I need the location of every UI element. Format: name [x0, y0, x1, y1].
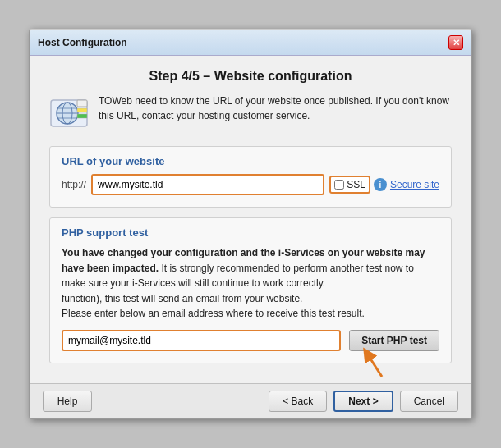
ssl-checkbox-container[interactable]: SSL [329, 176, 370, 194]
footer-right: < Back Next > Cancel [269, 391, 458, 412]
svg-rect-7 [77, 108, 87, 112]
intro-box: TOWeb need to know the URL of your websi… [49, 94, 452, 133]
arrow-indicator [359, 347, 390, 381]
info-icon[interactable]: i [374, 178, 387, 191]
globe-icon [49, 94, 89, 133]
help-button[interactable]: Help [43, 391, 92, 412]
ssl-label: SSL [347, 179, 365, 190]
url-section: URL of your website http:// SSL i Secure… [49, 146, 452, 208]
svg-rect-8 [77, 114, 87, 118]
main-window: Host Configuration ✕ Step 4/5 – Website … [29, 29, 472, 419]
php-description: You have changed your configuration and … [62, 245, 439, 322]
url-section-title: URL of your website [62, 155, 439, 167]
footer-left: Help [43, 391, 92, 412]
intro-text: TOWeb need to know the URL of your websi… [99, 94, 452, 123]
footer: Help < Back Next > Cancel [30, 383, 471, 418]
php-section: PHP support test You have changed your c… [49, 217, 452, 363]
arrow-icon [359, 347, 390, 378]
url-prefix: http:// [62, 179, 86, 190]
email-input[interactable] [62, 330, 341, 351]
back-button[interactable]: < Back [269, 391, 327, 412]
next-button[interactable]: Next > [333, 391, 393, 412]
content-area: Step 4/5 – Website configuration TOWeb n… [30, 56, 471, 383]
url-row: http:// SSL i Secure site [62, 174, 439, 195]
close-button[interactable]: ✕ [448, 35, 463, 50]
svg-line-10 [367, 354, 382, 377]
ssl-row: SSL i Secure site [329, 176, 439, 194]
window-title: Host Configuration [38, 37, 127, 48]
ssl-checkbox[interactable] [334, 180, 344, 190]
step-title: Step 4/5 – Website configuration [49, 69, 452, 84]
title-bar: Host Configuration ✕ [30, 30, 471, 56]
php-input-row: Start PHP test [62, 330, 439, 351]
url-input[interactable] [91, 174, 324, 195]
svg-rect-6 [77, 100, 87, 107]
php-section-title: PHP support test [62, 226, 439, 239]
cancel-button[interactable]: Cancel [400, 391, 458, 412]
secure-site-link[interactable]: Secure site [390, 179, 439, 190]
